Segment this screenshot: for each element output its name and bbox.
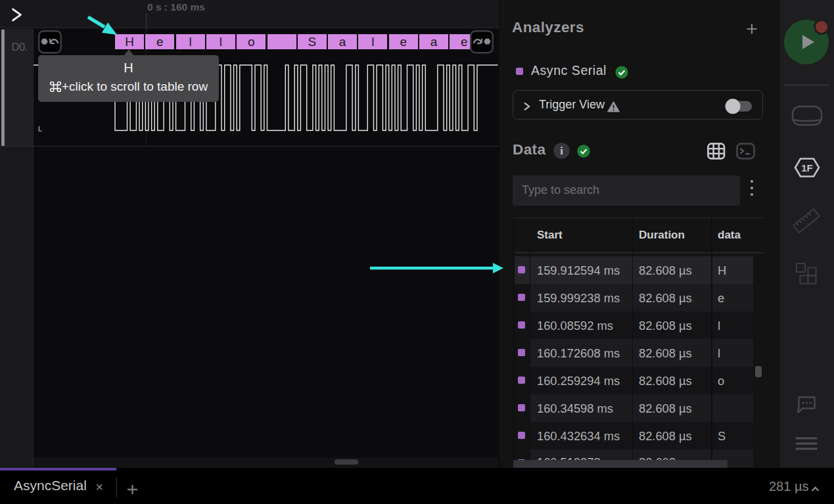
- svg-text:i: i: [560, 145, 563, 157]
- svg-text:1F: 1F: [801, 162, 813, 173]
